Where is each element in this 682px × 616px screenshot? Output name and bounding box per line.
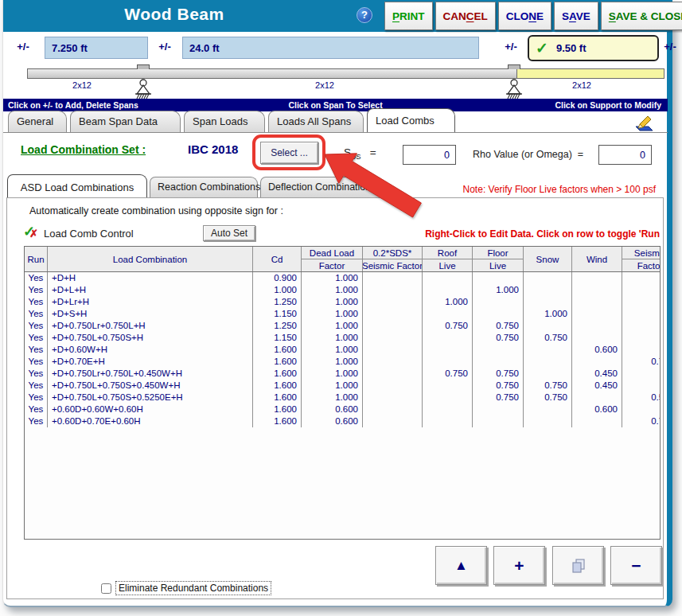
table-cell [473, 356, 524, 368]
table-cell [572, 296, 622, 308]
table-row[interactable]: Yes+D+S+H1.1501.0001.000 [25, 308, 660, 320]
load-combination-set-label[interactable]: Load Combination Set : [21, 143, 146, 156]
table-cell: 1.000 [302, 296, 363, 308]
table-cell: +D+0.60W+H [48, 344, 253, 356]
table-cell: Yes [25, 404, 48, 415]
table-cell [622, 284, 661, 296]
table-row[interactable]: Yes+D+0.750Lr+0.750L+H1.2501.0000.7500.7… [25, 320, 660, 332]
table-row[interactable]: Yes+D+0.750L+0.750S+H1.1501.0000.7500.75… [25, 332, 660, 344]
add-delete-span-button-2[interactable]: +/- [155, 41, 174, 53]
table-cell: Yes [25, 380, 48, 392]
tab-span-loads[interactable]: Span Loads [184, 111, 265, 132]
add-delete-span-button-3[interactable]: +/- [501, 41, 520, 53]
add-delete-span-button-4[interactable]: +/- [661, 41, 680, 53]
table-cell [363, 344, 423, 356]
table-cell: 0.750 [524, 392, 572, 404]
column-header-seismic-factor: SeismicFactor [622, 247, 661, 271]
beam-diagram [27, 68, 664, 79]
rho-value-input[interactable] [598, 145, 652, 165]
auto-combination-text: Automatically create combination using o… [29, 205, 283, 216]
table-row[interactable]: Yes+0.60D+0.70E+0.60H1.6000.6000.700 [25, 415, 660, 427]
table-cell: 0.750 [524, 332, 572, 344]
beam-span-segment-3-selected[interactable] [516, 69, 664, 78]
table-header: RunLoad CombinationCdDead LoadFactor0.2*… [25, 247, 660, 272]
eliminate-redundant-label[interactable]: Eliminate Redundant Combinations [116, 582, 271, 595]
table-cell [572, 308, 622, 320]
table-cell [622, 308, 661, 320]
table-row[interactable]: Yes+D+Lr+H1.2501.0001.000 [25, 296, 660, 308]
instruction-bar: Click on +/- to Add, Delete Spans Click … [3, 99, 668, 111]
table-cell: Yes [25, 392, 48, 404]
span1-length-input[interactable] [45, 37, 148, 59]
table-cell [423, 415, 473, 427]
minus-icon: − [631, 556, 641, 575]
table-cell [572, 320, 622, 332]
table-row[interactable]: Yes+D+L+H1.0001.0001.000 [25, 284, 660, 296]
table-row[interactable]: Yes+D+0.750L+0.750S+0.5250E+H1.6001.0000… [25, 392, 660, 404]
save-close-button[interactable]: SAVE & CLOSE [601, 2, 682, 30]
table-cell [473, 272, 524, 284]
table-cell: 0.750 [473, 380, 524, 392]
subtab-asd-load-combinations[interactable]: ASD Load Combinations [7, 174, 147, 197]
table-cell: 1.000 [302, 320, 363, 332]
column-header-load-combination: Load Combination [48, 247, 253, 271]
tab-loads-all-spans[interactable]: Loads All Spans [268, 111, 364, 132]
beam-span-segment-1[interactable] [28, 69, 516, 78]
main-tab-strip: GeneralBeam Span DataSpan LoadsLoads All… [8, 111, 455, 133]
table-cell [363, 415, 423, 427]
column-header-run: Run [25, 247, 48, 271]
table-cell [572, 392, 622, 404]
table-row[interactable]: Yes+D+0.750L+0.750S+0.450W+H1.6001.0000.… [25, 380, 660, 392]
sds-value-input[interactable] [403, 145, 456, 165]
table-cell: +D+0.750Lr+0.750L+H [48, 320, 253, 332]
print-button[interactable]: PRINT [384, 2, 433, 30]
add-row-button[interactable]: + [493, 546, 545, 585]
cancel-button[interactable]: CANCEL [435, 2, 496, 30]
edit-pencil-icon[interactable] [633, 114, 654, 131]
table-cell [423, 272, 473, 284]
table-row[interactable]: Yes+D+H0.9001.000 [25, 272, 660, 284]
add-delete-span-button-1[interactable]: +/- [14, 41, 33, 53]
column-header-wind: Wind [572, 247, 622, 271]
move-up-button[interactable]: ▲ [435, 546, 487, 585]
table-cell: 0.750 [473, 320, 524, 332]
table-cell [524, 284, 572, 296]
span3-length-input-selected[interactable]: ✓ 9.50 ft [528, 35, 659, 61]
pin-support-2-icon[interactable] [505, 79, 523, 99]
pin-support-1-icon[interactable] [134, 79, 152, 99]
selected-check-icon: ✓ [536, 41, 548, 56]
clone-button[interactable]: CLONE [498, 2, 551, 30]
table-cell: +D+0.70E+H [48, 356, 253, 368]
table-row[interactable]: Yes+D+0.60W+H1.6001.0000.600 [25, 344, 660, 356]
table-cell: 0.750 [423, 368, 473, 380]
table-cell: 0.750 [473, 392, 524, 404]
table-cell: 0.600 [302, 404, 363, 415]
table-cell: 1.000 [302, 308, 363, 320]
tab-load-combs[interactable]: Load Combs [367, 108, 455, 132]
copy-row-button[interactable] [552, 546, 604, 585]
table-cell: 0.525 [622, 392, 661, 404]
subtab-reaction-combinations[interactable]: Reaction Combinations [150, 177, 258, 197]
table-cell: 1.000 [302, 380, 363, 392]
table-row[interactable]: Yes+D+0.70E+H1.6001.0000.700 [25, 356, 660, 368]
table-row[interactable]: Yes+D+0.750Lr+0.750L+0.450W+H1.6001.0000… [25, 368, 660, 380]
tab-beam-span-data[interactable]: Beam Span Data [70, 111, 181, 132]
table-cell: Yes [25, 308, 48, 320]
span2-length-input[interactable] [182, 37, 479, 59]
tab-general[interactable]: General [8, 111, 67, 132]
eliminate-redundant-checkbox[interactable] [101, 583, 111, 594]
table-cell: 1.600 [253, 392, 302, 404]
auto-set-button[interactable]: Auto Set [203, 225, 255, 241]
table-row[interactable]: Yes+0.60D+0.60W+0.60H1.6000.6000.600 [25, 404, 660, 415]
title-bar: Wood Beam ? PRINTCANCELCLONESAVESAVE & C… [3, 0, 668, 32]
eliminate-redundant-row: Eliminate Redundant Combinations [101, 582, 271, 595]
table-cell: Yes [25, 284, 48, 296]
subtab-deflection-combinations[interactable]: Deflection Combinations [260, 177, 380, 197]
select-combination-button[interactable]: Select ... [260, 142, 318, 164]
table-cell [524, 368, 572, 380]
table-cell: 0.900 [253, 272, 302, 284]
delete-row-button[interactable]: − [610, 546, 662, 585]
check-x-icon: ✓ ✗ [23, 224, 41, 240]
save-button[interactable]: SAVE [554, 2, 598, 30]
help-icon[interactable]: ? [357, 7, 372, 23]
